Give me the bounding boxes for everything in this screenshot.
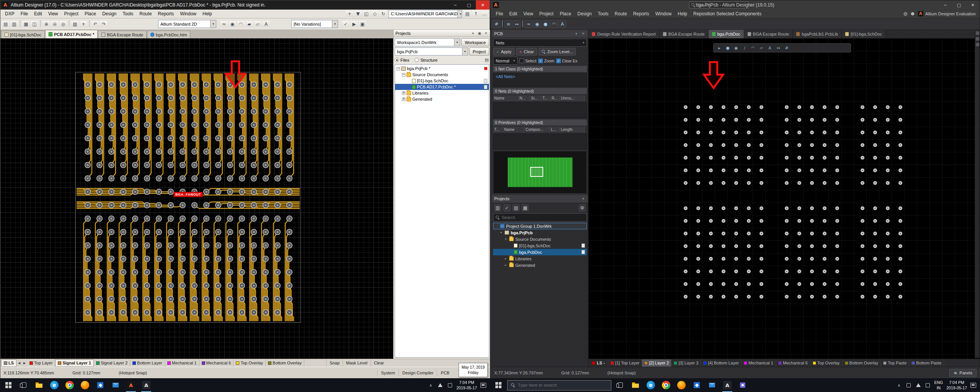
zoom-area-icon[interactable]: ◱ <box>363 10 370 18</box>
column-header[interactable]: L... <box>550 127 560 132</box>
minimize-button[interactable] <box>938 0 952 10</box>
project-tree-item[interactable]: PCB AD17.PcbDoc * <box>395 84 489 90</box>
close-button[interactable] <box>966 0 980 10</box>
column-header[interactable]: T... <box>541 95 550 101</box>
project-tree-item[interactable]: ▾Source Documents <box>493 236 587 242</box>
print-icon[interactable]: ▦ <box>22 20 30 28</box>
refresh-icon[interactable]: ↻ <box>379 10 387 18</box>
chrome-taskbar-button[interactable] <box>62 378 77 392</box>
tree-expander[interactable]: + <box>402 91 405 95</box>
up-one-level-icon[interactable]: ↑ <box>472 10 480 18</box>
save-icon[interactable]: ▥ <box>10 20 18 28</box>
grid-setup-icon[interactable]: # <box>783 44 790 51</box>
chevron-down-icon[interactable]: ▾ <box>470 31 475 36</box>
pcb-document-view[interactable] <box>588 38 980 359</box>
document-tab[interactable]: BGA Escape Route <box>98 31 147 38</box>
column-header[interactable]: Name <box>493 95 518 101</box>
run-icon[interactable]: ▶ <box>350 20 358 28</box>
menu-route[interactable]: Route <box>136 10 155 17</box>
taskbar-search-input[interactable] <box>518 383 608 387</box>
string-icon[interactable]: A <box>559 20 566 28</box>
altium-19-taskbar-button[interactable] <box>720 378 735 392</box>
cross-probe-icon[interactable]: + <box>346 10 353 18</box>
layer-tab[interactable]: Top Overlay <box>234 359 266 367</box>
apply-button[interactable]: ✓ Apply <box>493 48 514 56</box>
files-radio[interactable] <box>395 58 399 62</box>
minimize-button[interactable] <box>448 0 462 10</box>
layer-tab[interactable]: Top Layer <box>27 359 55 367</box>
menu-reports[interactable]: Reports <box>630 10 652 17</box>
compile-icon[interactable]: ✓ <box>342 20 350 28</box>
layer-tab[interactable]: Top Paste <box>881 359 909 367</box>
column-header[interactable]: Compon... <box>524 127 550 132</box>
tree-expander[interactable]: − <box>397 67 400 70</box>
project-tree-item[interactable]: +Generated <box>395 96 489 102</box>
document-tab[interactable]: PCB AD17.PcbDoc * <box>45 30 98 38</box>
column-header[interactable]: Si... <box>530 95 541 101</box>
layer-tab[interactable]: Signal Layer 1 <box>55 359 94 367</box>
panels-button[interactable]: Panels <box>949 369 977 377</box>
route-icon[interactable]: ≈ <box>525 20 532 28</box>
menu-edit[interactable]: Edit <box>506 10 520 17</box>
menu-tools[interactable]: Tools <box>595 10 612 17</box>
project-tree-item[interactable]: bga.PcbDoc <box>493 249 587 255</box>
menu-route[interactable]: Route <box>612 10 630 17</box>
tree-expander[interactable]: ▸ <box>504 257 508 260</box>
menu-help[interactable]: Help <box>675 10 690 17</box>
action-center-icon[interactable] <box>970 383 976 388</box>
undo-icon[interactable]: ↶ <box>91 20 99 28</box>
language-indicator[interactable]: ENG IN <box>934 380 943 390</box>
close-icon[interactable]: ✕ <box>483 31 488 36</box>
browse-mode-combo[interactable]: Nets <box>493 39 587 47</box>
fill-icon[interactable]: ▰ <box>245 20 253 28</box>
project-tree-item[interactable]: [01]-bga.SchDoc <box>395 78 489 84</box>
structure-radio[interactable] <box>415 58 419 62</box>
edge-taskbar-button[interactable] <box>47 378 62 392</box>
layer-tab[interactable]: Bottom Layer <box>130 359 165 367</box>
checkbox-clear-ex[interactable]: Clear Ex <box>556 59 577 63</box>
print-preview-icon[interactable]: ◫ <box>31 20 38 28</box>
chevron-down-icon[interactable] <box>511 57 517 64</box>
menu-reports[interactable]: Reports <box>155 10 177 17</box>
volume-icon[interactable] <box>447 382 453 388</box>
select-area-icon[interactable]: ▧ <box>71 20 79 28</box>
start-button[interactable] <box>1 378 16 392</box>
layer-tab[interactable]: [1] Top Layer <box>608 359 642 367</box>
taskbar-search-box[interactable] <box>507 380 611 390</box>
compile-project-icon[interactable]: ✓ <box>503 204 510 211</box>
open-icon[interactable]: ▤ <box>2 20 10 28</box>
chevron-down-icon[interactable]: ▾ <box>574 31 579 36</box>
layer-tab[interactable]: Bottom Paste <box>909 359 944 367</box>
menu-place[interactable]: Place <box>557 10 574 17</box>
pan-icon[interactable]: ◇ <box>371 10 379 18</box>
panels-icon[interactable]: ▣ <box>359 20 366 28</box>
save-project-icon[interactable]: ▥ <box>494 204 501 211</box>
altium-17-taskbar-button[interactable] <box>123 378 139 392</box>
taskbar-clock[interactable]: 7:04 PM 2019-05-17 <box>456 380 477 390</box>
menu-design[interactable]: Design <box>574 10 595 17</box>
chevron-down-icon[interactable] <box>580 39 586 46</box>
filter-icon[interactable]: ▼ <box>354 10 362 18</box>
volume-icon[interactable] <box>925 382 931 388</box>
pad-icon[interactable]: ● <box>542 20 549 28</box>
tree-expander[interactable]: − <box>402 73 405 77</box>
hidden-icons-chevron-icon[interactable]: ∧ <box>896 382 902 388</box>
network-icon[interactable] <box>915 382 921 388</box>
string-icon[interactable]: A <box>262 20 270 28</box>
projects-panel-header[interactable]: Projects ▾ <box>492 195 588 203</box>
layer-tab[interactable]: Mechanical 6 <box>199 359 234 367</box>
place-pad-icon[interactable]: ● <box>724 44 731 51</box>
document-tab[interactable]: [01]-bga.SchDoc <box>842 30 886 38</box>
variations-combo[interactable]: [No Variations] <box>291 20 338 28</box>
view-mode-combo[interactable]: Altium Standard 2D <box>158 20 216 28</box>
column-header[interactable]: Length <box>560 127 585 132</box>
via-icon[interactable]: ◉ <box>533 20 541 28</box>
menu-edit[interactable]: Edit <box>31 10 45 17</box>
clear-button[interactable]: ✕ Clear <box>516 48 537 56</box>
chrome-taskbar-button[interactable] <box>658 378 674 392</box>
document-tab[interactable]: bga.PcbDoc <box>709 30 744 38</box>
panel-options-icon[interactable]: ▤ <box>484 57 489 62</box>
hidden-icons-chevron-icon[interactable]: ∧ <box>428 382 434 388</box>
tree-expander[interactable]: ▾ <box>504 237 508 241</box>
panel-strip-icon[interactable] <box>976 43 979 46</box>
